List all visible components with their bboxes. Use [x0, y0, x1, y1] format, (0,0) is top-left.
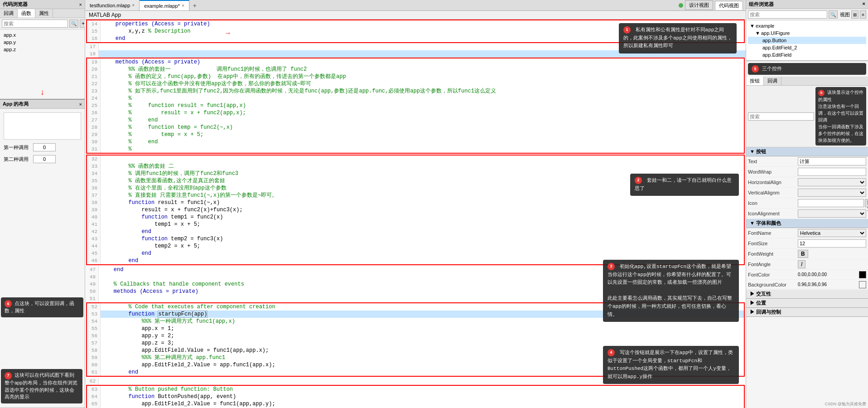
add-tab-button[interactable]: + [189, 0, 200, 10]
file-tab-1[interactable]: testfunction.mlapp × [85, 0, 140, 10]
csdn-watermark: CSDN @勉为其难免费 [746, 400, 868, 408]
prop-group-callback[interactable]: ▶ 回调与控制 [746, 308, 868, 317]
main-area: testfunction.mlapp × example.mlapp* × + … [85, 0, 746, 408]
code-line-51: 51 [85, 295, 746, 302]
view-toggle-area: 设计视图 代码视图 [679, 0, 746, 10]
prop-value-fontname[interactable]: Helvetica [798, 229, 866, 237]
line-content-15: x,y,z % Description [101, 28, 190, 35]
code-section-properties: 14 properties (Access = private) 15 x,y,… [86, 19, 745, 43]
prop-value-text[interactable] [798, 157, 866, 165]
view-btn-2[interactable]: ≡ [860, 10, 866, 19]
file-tab-2-close[interactable]: × [182, 3, 184, 8]
design-view-button[interactable]: 设计视图 [685, 0, 713, 10]
code-line-38: 38 function result = func1(~,x) [87, 199, 744, 206]
prop-value-halign[interactable] [798, 178, 866, 186]
comp-tree-editfield[interactable]: app.EditField [748, 51, 866, 58]
tooltip-5: 5 三个控件 [748, 63, 866, 75]
line-content-27: % end [101, 117, 158, 124]
layout-row2-label: 第二种调用 [4, 156, 33, 163]
prop-value-iconalign[interactable] [798, 209, 866, 218]
prop-italic-btn[interactable]: I [798, 260, 805, 268]
line-num-18: 18 [85, 50, 99, 58]
prop-fontcolor-swatch[interactable] [859, 271, 866, 278]
code-line-28: 28 % function temp = func2(~,x) [87, 124, 744, 131]
comp-search-input[interactable] [748, 10, 827, 19]
layout-row1: 第一种调用 [4, 143, 81, 151]
line-num-34: 34 [87, 170, 101, 177]
list-item[interactable]: app.y [2, 39, 83, 46]
prop-value-fontsize[interactable] [798, 239, 866, 248]
code-line-55: 55 app.x = 1; [87, 325, 744, 332]
prop-tab-callback[interactable]: 回调 [764, 77, 781, 85]
code-browser-close[interactable]: × [79, 2, 82, 7]
component-browser-header: 组件浏览器 × [746, 0, 868, 9]
prop-group-position[interactable]: ▶ 位置 [746, 299, 868, 308]
line-num-15: 15 [87, 28, 101, 35]
prop-rows-container: ▼ 按钮 Text WordWrap HorizontalAlign Verti… [746, 147, 868, 400]
code-line-58: 58 app.EditField.Value = func1(app,app.x… [87, 347, 744, 354]
prop-search-input[interactable] [748, 112, 814, 121]
code-line-62: 62 [85, 378, 746, 385]
prop-group-font[interactable]: ▼ 字体和颜色 [746, 219, 868, 228]
code-line-64: 64 function ButtonPushed(app, event) [87, 393, 744, 400]
file-tab-2[interactable]: example.mlapp* × [140, 0, 189, 10]
layout-row2-input[interactable] [33, 155, 56, 163]
code-line-15: 15 x,y,z % Description [87, 28, 744, 35]
prop-group-interactivity[interactable]: ▶ 交互性 [746, 290, 868, 299]
layout-close[interactable]: × [79, 102, 82, 107]
tab-property[interactable]: 属性 [35, 9, 53, 18]
prop-value-wordwrap[interactable] [798, 168, 866, 176]
prop-value-icon[interactable] [798, 199, 864, 207]
layout-row1-input[interactable] [33, 143, 56, 151]
line-num-23: 23 [87, 87, 101, 95]
prop-tab-button[interactable]: 按钮 [746, 77, 764, 85]
code-line-16: 16 end [87, 35, 744, 42]
code-line-41: 41 temp1 = x + 5; [87, 221, 744, 228]
line-num-33: 33 [87, 163, 101, 170]
line-content-64: function ButtonPushed(app, event) [101, 393, 236, 400]
code-view-button[interactable]: 代码视图 [715, 1, 743, 10]
tooltip-6: 6 点这块，可以设置回调，函数，属性 [1, 297, 83, 318]
layout-row1-label: 第一种调用 [4, 144, 33, 151]
comp-tree-uifigure[interactable]: ▼ app.UIFigure [748, 29, 866, 37]
line-content-19: methods (Access = private) [101, 58, 200, 66]
left-search-button[interactable]: 🔍 [69, 19, 78, 28]
line-num-47: 47 [85, 266, 99, 273]
line-num-26: 26 [87, 109, 101, 117]
tab-function[interactable]: 函数 [18, 9, 35, 18]
line-content-28: % function temp = func2(~,x) [101, 124, 233, 131]
list-item[interactable]: app.x [2, 31, 83, 39]
line-content-41: temp1 = x + 5; [101, 221, 200, 228]
code-editor[interactable]: 14 properties (Access = private) 15 x,y,… [85, 19, 746, 408]
line-num-16: 16 [87, 35, 101, 42]
file-tab-1-close[interactable]: × [132, 3, 135, 8]
comp-tree-example[interactable]: ▼ example [748, 22, 866, 29]
comp-browser-close[interactable]: × [863, 1, 865, 8]
line-num-29: 29 [87, 131, 101, 138]
line-content-37: % 直接套娃 只需要注意func1(~,x)的第一个参数是~即可。 [101, 192, 277, 199]
view-btn-1[interactable]: ⊞ [851, 10, 858, 19]
expand-arrow-uifigure: ▼ [755, 30, 760, 36]
layout-row2: 第二种调用 [4, 155, 81, 163]
properties-arrow: → [226, 29, 230, 38]
list-item[interactable]: app.z [2, 46, 83, 53]
expand-arrow-example: ▼ [750, 23, 755, 29]
right-panel: 组件浏览器 × 🔍 视图 ⊞ ≡ ▼ example ▼ app.UIFigur… [746, 0, 868, 408]
line-num-50: 50 [85, 288, 99, 295]
prop-group-text: ▼ 按钮 [746, 147, 868, 156]
line-content-59: %%% 第二种调用方式 app.func1 [101, 354, 225, 361]
prop-bold-btn[interactable]: B [798, 250, 808, 258]
left-search-input[interactable] [2, 19, 68, 28]
line-num-65: 65 [87, 400, 101, 408]
code-item-list: app.x app.y app.z [0, 29, 85, 87]
prop-bgcolor-swatch[interactable] [859, 281, 866, 288]
prop-browse-btn[interactable]: 浏览 [865, 199, 868, 207]
file-tabs-bar: testfunction.mlapp × example.mlapp* × + … [85, 0, 746, 11]
comp-search-btn[interactable]: 🔍 [829, 10, 838, 19]
tab-callback[interactable]: 回调 [0, 9, 18, 18]
prop-row-bgcolor: BackgroundColor 0.96,0.96,0.96 [746, 280, 868, 290]
line-num-42: 42 [87, 228, 101, 235]
prop-value-valign[interactable] [798, 189, 866, 197]
comp-tree-button[interactable]: app.Button [748, 37, 866, 44]
comp-tree-editfield2[interactable]: app.EditField_2 [748, 44, 866, 51]
